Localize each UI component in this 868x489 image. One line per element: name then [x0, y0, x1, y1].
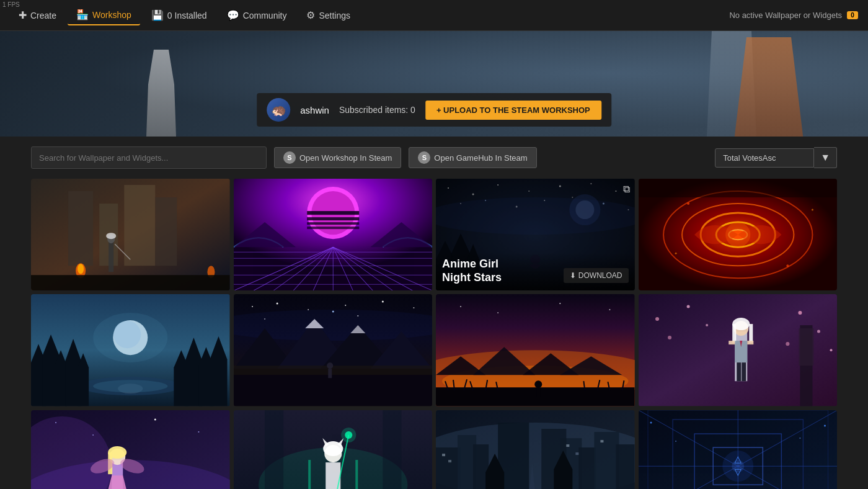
- search-row: S Open Workshop In Steam S Open GameHub …: [31, 146, 837, 169]
- svg-point-138: [668, 336, 671, 339]
- svg-rect-199: [442, 454, 445, 456]
- nav-community[interactable]: 💬 Community: [218, 6, 296, 25]
- svg-point-136: [655, 317, 659, 321]
- svg-point-143: [830, 349, 832, 351]
- svg-rect-9: [108, 241, 113, 272]
- fps-label: 1 FPS: [2, 1, 20, 8]
- avatar: 🦔: [267, 98, 290, 122]
- svg-point-137: [686, 305, 689, 308]
- svg-point-129: [460, 306, 461, 307]
- profile-name: ashwin: [300, 105, 329, 115]
- svg-rect-20: [307, 222, 359, 225]
- svg-point-225: [823, 424, 825, 426]
- nav-workshop[interactable]: 🏪 Workshop: [68, 5, 140, 25]
- subscribed-count: Subscribed items: 0: [339, 105, 415, 115]
- sort-dropdown-arrow[interactable]: ▼: [814, 147, 837, 168]
- profile-bar: 🦔 ashwin Subscribed items: 0 + UPLOAD TO…: [257, 93, 611, 127]
- svg-rect-195: [594, 432, 619, 489]
- svg-point-79: [93, 380, 167, 392]
- svg-rect-149: [732, 324, 736, 343]
- svg-rect-176: [308, 460, 311, 489]
- open-gamehub-button[interactable]: S Open GameHub In Steam: [409, 147, 536, 168]
- wallpaper-grid: ⧉ Anime GirlNight Stars ⬇ DOWNLOAD: [31, 179, 837, 489]
- svg-point-160: [55, 422, 56, 423]
- wallpaper-card-5[interactable]: [31, 294, 230, 406]
- svg-point-92: [276, 303, 278, 305]
- installed-icon: 💾: [151, 9, 164, 21]
- wallpaper-card-6[interactable]: [234, 294, 433, 406]
- svg-rect-19: [307, 217, 359, 220]
- wallpaper-card-4[interactable]: [639, 179, 838, 290]
- nav-create[interactable]: ✚ Create: [10, 6, 65, 25]
- wallpaper-card-3[interactable]: ⧉ Anime GirlNight Stars ⬇ DOWNLOAD: [436, 179, 635, 290]
- plus-icon: ✚: [19, 9, 27, 21]
- nav-create-label: Create: [30, 11, 56, 20]
- svg-point-140: [798, 311, 802, 315]
- svg-rect-154: [742, 362, 746, 381]
- svg-point-96: [413, 307, 414, 308]
- wallpaper-card-11[interactable]: [436, 410, 635, 489]
- svg-point-69: [687, 202, 689, 205]
- svg-point-223: [732, 460, 744, 472]
- svg-rect-203: [600, 440, 603, 442]
- nav-workshop-label: Workshop: [92, 10, 131, 20]
- wallpaper-card-9[interactable]: [31, 410, 230, 489]
- svg-point-139: [706, 324, 708, 326]
- wallpaper-card-12[interactable]: [639, 410, 838, 489]
- svg-rect-73: [639, 179, 838, 197]
- nav-items: ✚ Create 🏪 Workshop 💾 0 Installed 💬 Comm…: [10, 5, 729, 25]
- download-button[interactable]: ⬇ DOWNLOAD: [564, 268, 628, 283]
- svg-rect-108: [234, 366, 433, 375]
- wallpaper-card-7[interactable]: [436, 294, 635, 406]
- svg-point-94: [345, 305, 346, 306]
- notification-badge[interactable]: 0: [847, 11, 858, 19]
- svg-marker-174: [265, 410, 283, 489]
- svg-point-163: [198, 431, 199, 433]
- svg-point-109: [327, 362, 333, 369]
- svg-rect-153: [737, 362, 741, 381]
- svg-rect-150: [749, 324, 753, 343]
- svg-rect-110: [328, 369, 332, 378]
- svg-rect-194: [578, 447, 596, 489]
- content-area: S Open Workshop In Steam S Open GameHub …: [0, 137, 868, 489]
- wallpaper-card-2[interactable]: [234, 179, 433, 290]
- svg-rect-196: [616, 444, 634, 489]
- wallpaper-card-1[interactable]: [31, 179, 230, 290]
- svg-rect-201: [566, 444, 569, 447]
- svg-rect-145: [799, 328, 813, 366]
- open-gamehub-label: Open GameHub In Steam: [434, 153, 527, 163]
- external-link-icon[interactable]: ⧉: [623, 184, 630, 195]
- open-workshop-button[interactable]: S Open Workshop In Steam: [274, 147, 401, 168]
- svg-rect-118: [436, 388, 635, 406]
- svg-point-185: [341, 428, 356, 442]
- svg-point-91: [252, 306, 253, 307]
- svg-rect-2: [68, 191, 93, 266]
- svg-point-161: [92, 434, 94, 436]
- sort-dropdown: Total VotesAsc Total VotesDesc Newest ▼: [715, 147, 837, 168]
- svg-point-70: [786, 264, 789, 267]
- svg-rect-177: [355, 460, 358, 489]
- svg-rect-18: [307, 211, 359, 215]
- svg-point-7: [78, 264, 84, 274]
- wallpaper-card-8[interactable]: [639, 294, 838, 406]
- nav-installed[interactable]: 💾 0 Installed: [143, 6, 216, 25]
- svg-rect-155: [728, 341, 735, 344]
- nav-settings[interactable]: ⚙ Settings: [298, 6, 359, 25]
- search-input[interactable]: [31, 146, 267, 169]
- svg-point-224: [650, 421, 652, 423]
- upload-workshop-button[interactable]: + UPLOAD TO THE STEAM WORKSHOP: [425, 101, 601, 120]
- svg-point-95: [381, 301, 383, 303]
- svg-point-228: [675, 441, 676, 442]
- status-text: No active Wallpaper or Widgets: [729, 11, 842, 20]
- svg-point-131: [559, 303, 560, 304]
- svg-point-229: [799, 437, 800, 439]
- svg-marker-175: [383, 410, 401, 489]
- settings-icon: ⚙: [306, 9, 315, 21]
- svg-point-141: [817, 330, 820, 333]
- steam-icon-workshop: S: [283, 151, 296, 164]
- wallpaper-card-10[interactable]: [234, 410, 433, 489]
- nav-community-label: Community: [243, 11, 287, 20]
- svg-point-142: [786, 342, 789, 346]
- sort-select[interactable]: Total VotesAsc Total VotesDesc Newest: [715, 148, 814, 168]
- svg-point-130: [497, 312, 498, 313]
